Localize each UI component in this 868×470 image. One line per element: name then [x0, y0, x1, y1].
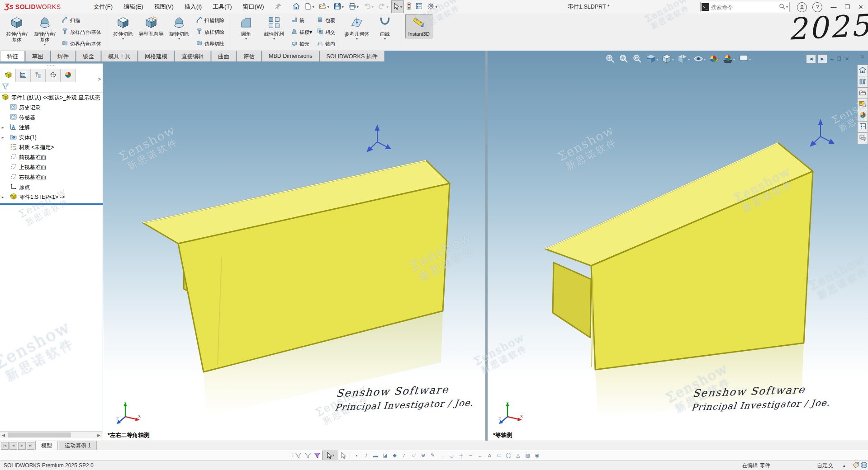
dropdown-icon[interactable]: ▾	[44, 43, 46, 47]
dropdown-icon[interactable]: ▾	[122, 37, 124, 41]
tab-网格建模[interactable]: 网格建模	[138, 51, 174, 61]
tab-焊件[interactable]: 焊件	[51, 51, 76, 61]
task-pane-file-explorer-button[interactable]	[857, 88, 868, 99]
dropdown-icon[interactable]: ▾	[357, 5, 359, 9]
selection-filter-15-button[interactable]: ▭	[494, 451, 504, 460]
dropdown-icon[interactable]: ▾	[733, 57, 735, 61]
dropdown-icon[interactable]: ▾	[704, 57, 706, 61]
clear-filter-button[interactable]	[294, 451, 303, 460]
rollback-bar[interactable]	[0, 203, 103, 205]
task-pane-custom-properties-button[interactable]	[857, 122, 868, 133]
dropdown-icon[interactable]: ▾	[313, 5, 314, 9]
tab-nav-0[interactable]: |◀	[1, 442, 9, 450]
tab-SOLIDWORKS 插件[interactable]: SOLIDWORKS 插件	[320, 51, 384, 61]
selection-filter-0-button[interactable]: •	[352, 451, 361, 460]
tree-root-item[interactable]: 零件1 (默认) <<默认>_外观 显示状态	[0, 93, 103, 103]
selection-filter-17-button[interactable]: △	[513, 451, 523, 460]
expand-arrow-icon[interactable]: ▸	[0, 195, 5, 199]
view-orientation-button[interactable]: ▾	[660, 53, 676, 66]
dropdown-icon[interactable]: ▾	[436, 5, 437, 9]
ribbon-button-extrude-cut[interactable]: 拉伸切除▾	[109, 14, 137, 42]
search-input[interactable]	[709, 4, 779, 10]
home-button[interactable]	[291, 0, 302, 13]
selection-filter-3-button[interactable]: ◪	[380, 451, 390, 460]
task-pane-forum-button[interactable]	[857, 133, 868, 144]
ribbon-button-revolve-boss[interactable]: 旋转凸台/基体▾	[31, 14, 58, 48]
task-pane-home-button[interactable]	[857, 65, 868, 76]
search-icon[interactable]	[779, 3, 785, 11]
dropdown-icon[interactable]: ▾	[400, 5, 402, 9]
selection-filter-6-button[interactable]: ▱	[409, 451, 418, 460]
doc-close-icon[interactable]: ✕	[845, 56, 849, 62]
tab-nav-3[interactable]: ▶|	[27, 442, 34, 450]
ribbon-button-hole-wizard[interactable]: 24">异型孔向导	[138, 14, 165, 38]
dropdown-icon[interactable]: ▾	[327, 5, 329, 9]
tree-item[interactable]: 传感器	[0, 113, 103, 122]
dropdown-icon[interactable]: ▾	[387, 5, 389, 9]
ribbon-button-loft-cut[interactable]: 放样切除	[194, 27, 226, 37]
selection-filter-4-button[interactable]: ◆	[390, 451, 399, 460]
selection-filter-5-button[interactable]: ⁄	[399, 451, 409, 460]
selection-filter-18-button[interactable]: ▨	[523, 451, 532, 460]
ribbon-button-sweep[interactable]: 扫描	[60, 15, 103, 25]
scroll-left-icon[interactable]: ◀	[0, 433, 7, 437]
globe-icon[interactable]	[860, 461, 868, 470]
ribbon-button-curve[interactable]: 曲线▾	[371, 14, 398, 42]
selection-filter-8-button[interactable]: ✎	[428, 451, 437, 460]
undo-button[interactable]: ▾	[361, 0, 375, 13]
tree-item[interactable]: 前视基准面	[0, 152, 103, 162]
save-button[interactable]: ▾	[332, 0, 346, 13]
magnified-selection-button[interactable]	[338, 451, 348, 460]
dropdown-icon[interactable]: ▾	[372, 5, 374, 9]
bottom-tab-模型[interactable]: 模型	[35, 441, 58, 451]
dropdown-icon[interactable]: ▾	[273, 37, 275, 41]
selection-filter-14-button[interactable]: A	[485, 451, 494, 460]
selection-filter-12-button[interactable]: ┄	[466, 451, 475, 460]
selection-filter-11-button[interactable]: ┼	[456, 451, 466, 460]
print-button[interactable]: ▾	[346, 0, 360, 13]
dropdown-icon[interactable]: ▾	[309, 29, 312, 35]
tab-特征[interactable]: 特征	[0, 51, 25, 61]
ribbon-button-instant3d[interactable]: Instant3D	[405, 14, 432, 38]
tree-item[interactable]: 右视基准面	[0, 172, 103, 182]
ribbon-button-wrap[interactable]: 包覆	[315, 15, 337, 25]
ribbon-button-draft[interactable]: 拔模 ▾	[289, 27, 314, 37]
tree-item[interactable]: 上视基准面	[0, 162, 103, 172]
search-dropdown-icon[interactable]: ▾	[786, 5, 788, 9]
selection-filter-10-button[interactable]: ◡	[447, 451, 456, 460]
ribbon-button-loft[interactable]: 放样凸台/基体	[60, 27, 103, 37]
task-pane-appearances-button[interactable]	[857, 110, 868, 122]
status-caret-icon[interactable]: ▴	[843, 463, 845, 468]
dropdown-icon[interactable]: ▾	[245, 37, 247, 41]
ribbon-button-rib[interactable]: 筋	[289, 15, 314, 25]
selection-filter-9-button[interactable]: ∙	[437, 451, 447, 460]
view-previous-button[interactable]	[631, 53, 644, 66]
selection-filter-16-button[interactable]: ◯	[504, 451, 513, 460]
select-tool-button[interactable]: ▾	[322, 451, 338, 461]
selection-filter-7-button[interactable]: ⊕	[418, 451, 428, 460]
menu-item-文件[interactable]: 文件(F)	[88, 0, 119, 14]
menu-item-窗口[interactable]: 窗口(W)	[237, 0, 270, 14]
dropdown-icon[interactable]: ▾	[384, 37, 386, 41]
tab-曲面[interactable]: 曲面	[211, 51, 236, 61]
new-document-button[interactable]: ▾	[303, 0, 316, 13]
ribbon-button-sweep-cut[interactable]: 扫描切除	[194, 15, 226, 25]
scroll-right-icon[interactable]: ▶	[95, 433, 102, 437]
next-window-icon[interactable]: ▶	[817, 54, 827, 63]
selection-filter-2-button[interactable]: ▬	[371, 451, 380, 460]
tab-nav-2[interactable]: ▶	[18, 442, 26, 450]
previous-window-icon[interactable]: ◀	[806, 54, 816, 63]
pushpin-icon[interactable]	[275, 3, 282, 11]
menu-item-视图[interactable]: 视图(V)	[148, 0, 179, 14]
doc-restore-icon[interactable]: ❐	[837, 56, 841, 62]
apply-scene-button[interactable]: ▾	[721, 53, 737, 66]
dropdown-icon[interactable]: ▾	[688, 57, 690, 61]
edit-appearance-button[interactable]	[707, 53, 721, 66]
selection-filter-1-button[interactable]: /	[361, 451, 371, 460]
tab-钣金[interactable]: 钣金	[76, 51, 101, 61]
view-settings-button[interactable]: ▾	[737, 53, 753, 66]
status-custom[interactable]: 自定义	[817, 462, 833, 470]
panel-grip[interactable]: ⋯⋯	[0, 64, 103, 67]
ribbon-button-boundary-cut[interactable]: 边界切除	[194, 39, 226, 49]
part-model-right[interactable]	[488, 51, 857, 441]
